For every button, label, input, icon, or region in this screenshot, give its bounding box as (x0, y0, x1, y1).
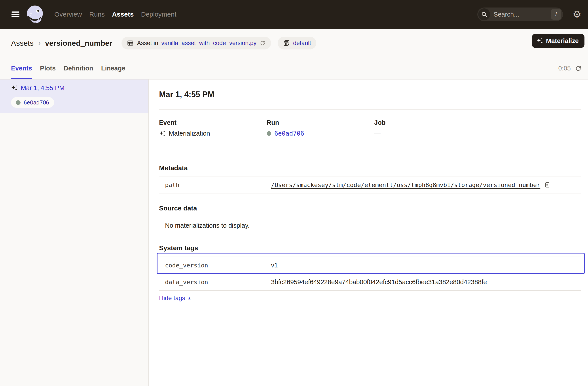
table-row: path /Users/smackesey/stm/code/elementl/… (159, 176, 581, 193)
tab-events[interactable]: Events (11, 57, 32, 79)
asset-badge-prefix: Asset in (137, 40, 158, 47)
dagster-app: Overview Runs Assets Deployment / ⚙ Asse… (0, 0, 588, 386)
breadcrumb-chevron-icon: › (38, 39, 41, 48)
job-column: Job — (374, 119, 581, 137)
event-list-item[interactable]: Mar 1, 4:55 PM 6e0ad706 (0, 80, 148, 113)
run-label: Run (267, 119, 374, 126)
search-input[interactable] (494, 11, 551, 18)
metadata-path-link[interactable]: /Users/smackesey/stm/code/elementl/oss/t… (271, 182, 540, 188)
repo-default-link[interactable]: default (293, 40, 311, 47)
event-summary-columns: Event Materialization Run 6e0ad706 (159, 119, 581, 136)
event-type-value: Materialization (169, 130, 210, 137)
hide-tags-label: Hide tags (159, 295, 185, 302)
event-timestamp-link[interactable]: Mar 1, 4:55 PM (21, 84, 64, 92)
settings-gear-icon[interactable]: ⚙ (573, 9, 581, 19)
breadcrumb-assets-link[interactable]: Assets (11, 39, 34, 47)
nav-overview[interactable]: Overview (54, 11, 82, 18)
asset-file-badge[interactable]: Asset in vanilla_asset_with_code_version… (122, 37, 271, 49)
materialize-label: Materialize (546, 37, 579, 45)
search-shortcut-badge: / (551, 9, 561, 20)
search-icon (478, 8, 490, 20)
tag-key: data_version (159, 274, 265, 290)
status-dot (267, 131, 271, 136)
materialize-button[interactable]: Materialize (532, 34, 585, 48)
job-label: Job (374, 119, 581, 126)
tag-key: code_version (159, 257, 265, 274)
event-column: Event Materialization (159, 119, 267, 137)
reload-icon[interactable] (260, 40, 266, 46)
primary-nav: Overview Runs Assets Deployment (54, 11, 176, 18)
metadata-heading: Metadata (159, 164, 581, 172)
refresh-icon[interactable] (575, 65, 582, 72)
tag-value: 3bfc269594ef649228e9a74bab00f042efc91d5a… (271, 279, 487, 286)
hide-tags-link[interactable]: Hide tags ▲ (159, 295, 191, 302)
source-data-empty: No materializations to display. (159, 218, 581, 233)
sparkle-icon (159, 130, 166, 137)
run-id-link[interactable]: 6e0ad706 (274, 130, 304, 137)
tab-lineage[interactable]: Lineage (101, 57, 126, 79)
dagster-logo-icon[interactable] (25, 4, 44, 24)
event-run-id: 6e0ad706 (24, 99, 49, 106)
table-row: code_version v1 (159, 257, 581, 274)
system-tags-table: code_version v1 data_version 3bfc269594e… (159, 257, 581, 291)
events-sidebar: Mar 1, 4:55 PM 6e0ad706 (0, 80, 149, 386)
status-dot (16, 100, 21, 105)
sparkle-icon (536, 38, 543, 44)
tag-value: v1 (271, 262, 278, 269)
system-tags-heading: System tags (159, 244, 581, 252)
content-area: Mar 1, 4:55 PM 6e0ad706 Mar 1, 4:55 PM E… (0, 80, 588, 386)
tab-definition[interactable]: Definition (63, 57, 93, 79)
refresh-zone: 0:05 (558, 57, 582, 79)
top-nav: Overview Runs Assets Deployment / ⚙ (0, 0, 588, 29)
source-data-heading: Source data (159, 204, 581, 212)
job-value: — (374, 130, 380, 137)
refresh-countdown: 0:05 (558, 65, 571, 72)
asset-file-link[interactable]: vanilla_asset_with_code_version.py (161, 40, 256, 47)
search-bar[interactable]: / (477, 7, 563, 21)
sparkle-icon (11, 85, 18, 91)
menu-icon[interactable] (11, 11, 20, 17)
event-detail: Mar 1, 4:55 PM Event Materialization Run (149, 80, 588, 386)
event-detail-title: Mar 1, 4:55 PM (159, 90, 581, 99)
page-header: Assets › versioned_number Asset in vanil… (0, 29, 588, 57)
tab-plots[interactable]: Plots (40, 57, 56, 79)
repo-icon (283, 40, 290, 47)
nav-deployment[interactable]: Deployment (141, 11, 176, 18)
run-column: Run 6e0ad706 (267, 119, 374, 137)
tabs-bar: Events Plots Definition Lineage 0:05 (0, 57, 588, 80)
page-title: versioned_number (45, 39, 112, 47)
event-label: Event (159, 119, 267, 126)
repo-badge[interactable]: default (278, 37, 316, 49)
divider (159, 109, 581, 110)
table-row: data_version 3bfc269594ef649228e9a74bab0… (159, 274, 581, 290)
copy-icon[interactable] (544, 182, 550, 188)
event-run-pill[interactable]: 6e0ad706 (11, 97, 54, 108)
metadata-table: path /Users/smackesey/stm/code/elementl/… (159, 176, 581, 193)
nav-assets[interactable]: Assets (112, 11, 134, 18)
metadata-key: path (159, 176, 265, 193)
table-icon (127, 40, 134, 47)
nav-runs[interactable]: Runs (89, 11, 105, 18)
caret-up-icon: ▲ (187, 296, 191, 301)
